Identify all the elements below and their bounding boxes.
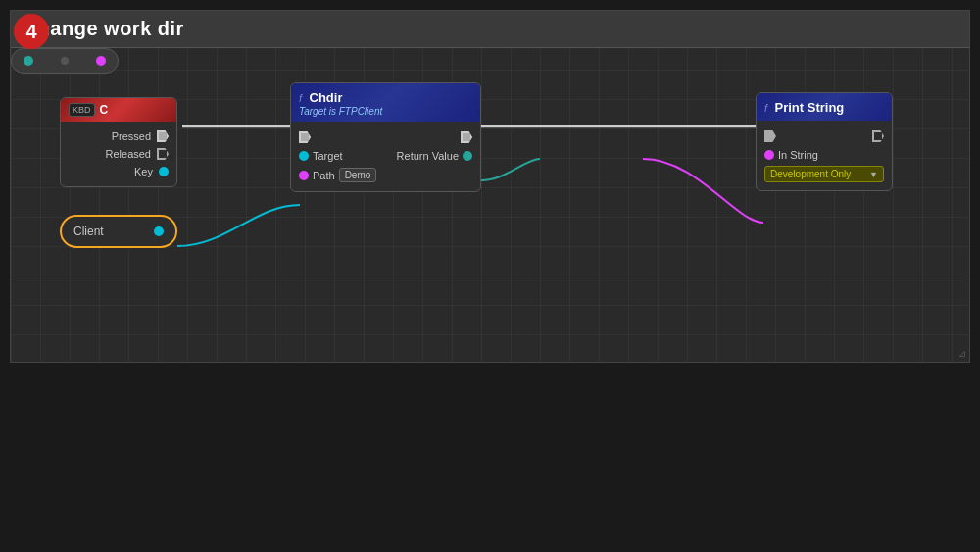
node-print-body: In String Development Only ▼ [757, 121, 892, 190]
chevron-down-icon: ▼ [869, 170, 878, 179]
connector-left-dot [24, 56, 33, 66]
chdir-path-row: Path Demo [291, 165, 480, 185]
pin-key-dot [159, 167, 169, 176]
pin-key-label: Key [134, 166, 153, 177]
path-value-pill[interactable]: Demo [339, 168, 377, 182]
chdir-title: Chdir [310, 90, 343, 105]
resize-handle[interactable]: ⊿ [958, 348, 966, 359]
panel-title-bar: change work dir [11, 11, 969, 48]
pin-instring-dot [764, 150, 774, 160]
node-chdir-body: Target Return Value Path Demo [291, 122, 480, 191]
print-title: Print String [775, 100, 845, 115]
node-chdir[interactable]: f Chdir Target is FTPClient [290, 82, 481, 192]
dev-only-badge: Development Only ▼ [764, 166, 884, 182]
pin-target-dot [299, 151, 309, 161]
pin-pressed-row: Pressed [61, 127, 176, 145]
pin-instring-label: In String [778, 149, 818, 161]
panel-title-text: change work dir [26, 18, 184, 40]
blueprint-panel[interactable]: change work dir KBD [10, 10, 970, 363]
node-print-header: f Print String [757, 93, 892, 121]
pin-returnval-dot [463, 151, 472, 161]
pin-returnval-label: Return Value [397, 150, 459, 162]
pin-path-dot [299, 171, 309, 180]
step-badge: 4 [14, 14, 49, 49]
bottom-area [0, 363, 980, 552]
print-exec-in [764, 130, 776, 142]
pin-instring-row: In String [757, 146, 892, 164]
pin-pressed-label: Pressed [112, 130, 151, 142]
pin-client-dot [154, 226, 164, 236]
node-chdir-title-row: f Chdir [299, 88, 472, 106]
pin-pressed-exec [157, 130, 169, 142]
print-fn-prefix: f [764, 102, 767, 114]
node-client[interactable]: Client [60, 215, 177, 248]
chdir-target-returnval-row: Target Return Value [291, 147, 480, 165]
pin-key-row: Key [61, 163, 176, 180]
dev-only-text: Development Only [770, 169, 851, 179]
node-key[interactable]: KBD C Pressed Released [60, 97, 177, 187]
node-key-header: KBD C [61, 98, 176, 122]
connector-mid-dot [61, 57, 69, 65]
main-container: 4 change work dir [0, 0, 980, 552]
print-exec-out [872, 130, 884, 142]
node-print[interactable]: f Print String In String [756, 92, 893, 191]
node-chdir-header: f Chdir Target is FTPClient [291, 83, 480, 122]
pin-released-exec [157, 148, 169, 160]
node-connector [11, 48, 119, 74]
pin-path-label: Path [313, 170, 335, 181]
pin-released-row: Released [61, 145, 176, 163]
chdir-exec-in [299, 131, 311, 143]
pin-released-label: Released [106, 148, 151, 160]
node-key-body: Pressed Released Key [61, 122, 176, 186]
chdir-exec-out [461, 131, 472, 143]
connector-right-dot [96, 56, 106, 66]
node-print-title-row: f Print String [764, 98, 884, 116]
node-client-inner: Client [62, 217, 175, 246]
keyboard-icon: KBD [69, 103, 95, 117]
client-label: Client [74, 225, 104, 238]
chdir-subtitle: Target is FTPClient [299, 106, 472, 117]
chdir-fn-prefix: f [299, 92, 302, 104]
pin-target-label: Target [313, 150, 343, 162]
canvas-area[interactable]: KBD C Pressed Released [11, 48, 969, 362]
node-key-title: C [100, 103, 109, 117]
